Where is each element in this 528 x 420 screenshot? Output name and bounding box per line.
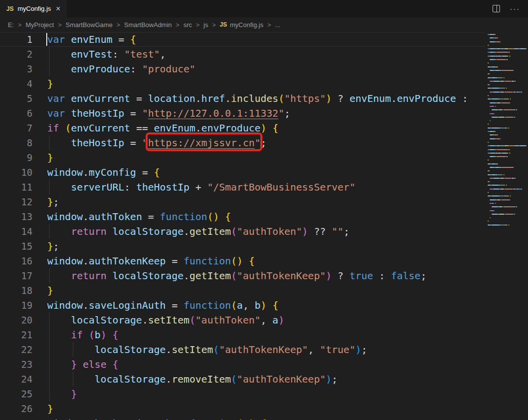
code-token: {	[273, 122, 279, 134]
code-line-24[interactable]: 24 localStorage.removeItem("authTokenKee…	[0, 372, 528, 387]
code-token: a	[243, 418, 248, 420]
code-line-9[interactable]: 9}	[0, 150, 528, 165]
line-number-21[interactable]: 21	[0, 327, 47, 342]
more-actions-icon[interactable]: ···	[510, 5, 520, 12]
line-number-11[interactable]: 11	[0, 180, 47, 194]
code-line-23[interactable]: 23 } else {	[0, 357, 528, 372]
tab-close-icon[interactable]: ×	[56, 5, 61, 13]
line-number-19[interactable]: 19	[0, 298, 47, 313]
minimap-token	[505, 189, 513, 190]
line-number-12[interactable]: 12	[0, 194, 47, 209]
breadcrumb-item-smartbowadmin[interactable]: SmartBowAdmin	[124, 21, 172, 29]
breadcrumb-item-src[interactable]: src	[184, 21, 192, 29]
line-number-16[interactable]: 16	[0, 254, 47, 268]
line-number-22[interactable]: 22	[0, 342, 47, 357]
breadcrumb-item-myproject[interactable]: MyProject	[26, 21, 54, 29]
code-line-6[interactable]: 6var theHostIp = "http://127.0.0.1:11332…	[0, 106, 528, 121]
line-number-23[interactable]: 23	[0, 357, 47, 372]
code-token: }	[47, 196, 53, 208]
line-number-1[interactable]: 1	[0, 32, 47, 47]
minimap-line	[488, 153, 521, 154]
breadcrumb-item-[interactable]: ...	[275, 21, 280, 29]
code-token: {	[130, 33, 136, 45]
line-number-18[interactable]: 18	[0, 283, 47, 298]
red-annotation-box: https://xmjssvr.cn"	[148, 135, 261, 150]
minimap-line	[488, 206, 521, 207]
line-number-6[interactable]: 6	[0, 106, 47, 121]
code-token	[47, 344, 94, 355]
code-token: setItem	[148, 314, 189, 326]
line-number-4[interactable]: 4	[0, 76, 47, 91]
breadcrumb-item-myconfig-js[interactable]: JSmyConfig.js	[220, 21, 264, 29]
minimap-token	[499, 117, 504, 118]
minimap-token	[509, 153, 510, 154]
code-line-21[interactable]: 21 if (b) {	[0, 327, 528, 342]
line-number-15[interactable]: 15	[0, 239, 47, 254]
code-line-25[interactable]: 25 }	[0, 387, 528, 401]
code-token: )	[100, 329, 106, 341]
line-number-24[interactable]: 24	[0, 372, 47, 387]
minimap-token	[497, 134, 498, 135]
code-line-content: window.saveLoginAuth = function(a, b) {	[47, 298, 279, 313]
code-line-14[interactable]: 14 return localStorage.getItem("authToke…	[0, 224, 528, 239]
code-line-15[interactable]: 15};	[0, 239, 528, 254]
code-line-27[interactable]: 27window.checkLoginAuth = function(a) {	[0, 416, 528, 420]
line-number-9[interactable]: 9	[0, 150, 47, 165]
line-number-17[interactable]: 17	[0, 268, 47, 283]
minimap[interactable]	[485, 32, 528, 420]
line-number-3[interactable]: 3	[0, 62, 47, 76]
code-line-3[interactable]: 3 envProduce: "produce"	[0, 62, 528, 76]
minimap-token	[497, 59, 506, 60]
breadcrumb-item-e[interactable]: E:	[8, 21, 14, 29]
line-number-5[interactable]: 5	[0, 91, 47, 106]
code-line-7[interactable]: 7if (envCurrent == envEnum.envProduce) {	[0, 121, 528, 135]
code-line-20[interactable]: 20 localStorage.setItem("authToken", a)	[0, 313, 528, 327]
code-line-22[interactable]: 22 localStorage.setItem("authTokenKeep",…	[0, 342, 528, 357]
code-editor[interactable]: 1var envEnum = {2 envTest: "test",3 envP…	[0, 32, 528, 420]
code-token: b	[94, 329, 100, 341]
line-number-25[interactable]: 25	[0, 387, 47, 401]
code-line-19[interactable]: 19window.saveLoginAuth = function(a, b) …	[0, 298, 528, 313]
code-line-12[interactable]: 12};	[0, 194, 528, 209]
line-number-13[interactable]: 13	[0, 209, 47, 224]
minimap-token	[492, 214, 498, 215]
code-line-4[interactable]: 4}	[0, 76, 528, 91]
code-line-13[interactable]: 13window.authToken = function() {	[0, 209, 528, 224]
code-token: ;	[332, 373, 338, 385]
code-line-17[interactable]: 17 return localStorage.getItem("authToke…	[0, 268, 528, 283]
breadcrumb-item-js[interactable]: js	[204, 21, 208, 29]
code-line-8[interactable]: 8 theHostIp = "https://xmjssvr.cn";	[0, 135, 528, 150]
tab-myconfig-js[interactable]: JS myConfig.js ×	[0, 0, 67, 17]
line-number-10[interactable]: 10	[0, 165, 47, 180]
line-number-7[interactable]: 7	[0, 121, 47, 135]
code-line-content: window.checkLoginAuth = function(a) {	[47, 416, 267, 420]
split-editor-icon[interactable]	[493, 5, 500, 12]
line-number-27[interactable]: 27	[0, 416, 47, 420]
line-number-8[interactable]: 8	[0, 135, 47, 150]
minimap-token	[497, 52, 508, 53]
minimap-token	[488, 221, 489, 222]
code-token: "/SmartBowBusinessServer"	[207, 181, 355, 193]
code-token: return	[71, 270, 112, 282]
code-line-1[interactable]: 1var envEnum = {	[0, 32, 528, 47]
line-number-26[interactable]: 26	[0, 401, 47, 416]
code-line-26[interactable]: 26}	[0, 401, 528, 416]
code-token: a	[237, 299, 243, 311]
breadcrumb-item-smartbowgame[interactable]: SmartBowGame	[65, 21, 112, 29]
line-number-14[interactable]: 14	[0, 224, 47, 239]
code-token	[267, 122, 273, 134]
code-line-2[interactable]: 2 envTest: "test",	[0, 47, 528, 62]
minimap-token	[496, 138, 500, 139]
breadcrumb-item-label: src	[184, 21, 192, 29]
code-line-11[interactable]: 11 serverURL: theHostIp + "/SmartBowBusi…	[0, 180, 528, 194]
code-line-10[interactable]: 10window.myConfig = {	[0, 165, 528, 180]
minimap-token	[495, 131, 496, 132]
minimap-line	[488, 128, 521, 129]
code-line-18[interactable]: 18}	[0, 283, 528, 298]
minimap-token	[493, 92, 499, 93]
line-number-20[interactable]: 20	[0, 313, 47, 327]
minimap-token	[492, 117, 498, 118]
code-line-16[interactable]: 16window.authTokenKeep = function() {	[0, 254, 528, 268]
line-number-2[interactable]: 2	[0, 47, 47, 62]
code-line-5[interactable]: 5var envCurrent = location.href.includes…	[0, 91, 528, 106]
